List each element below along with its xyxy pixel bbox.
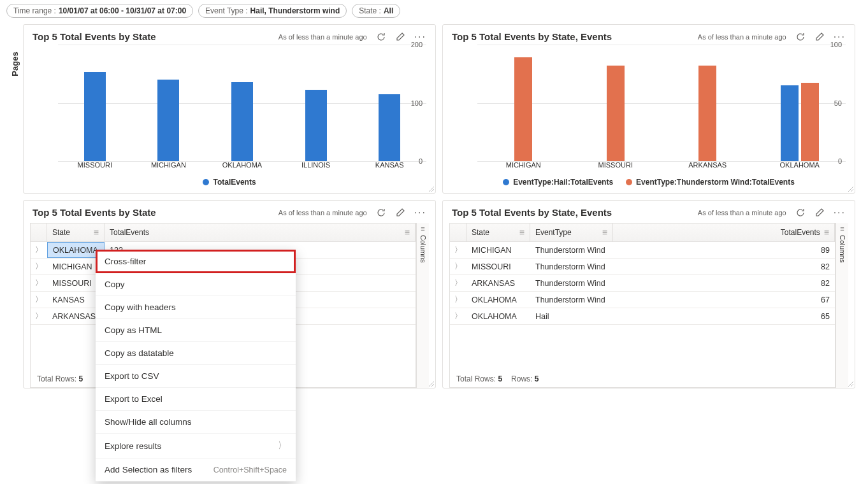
column-menu-icon[interactable]: ≡ (94, 227, 99, 238)
x-axis-label: MISSOURI (58, 161, 132, 174)
edit-icon[interactable] (395, 208, 405, 218)
expand-row-icon[interactable]: 〉 (31, 259, 47, 274)
cell-type: Thunderstorm Wind (530, 292, 613, 308)
resize-handle-icon[interactable] (848, 186, 854, 192)
table-body: 〉MICHIGANThunderstorm Wind89〉MISSOURIThu… (450, 242, 835, 370)
pages-panel-toggle[interactable]: 〉 Pages (1, 29, 18, 99)
column-menu-icon[interactable]: ≡ (405, 227, 410, 238)
cell-state: OKLAHOMA (467, 308, 530, 324)
bar[interactable] (157, 80, 179, 161)
context-menu-item[interactable]: Cross-filter (96, 250, 296, 273)
filter-state[interactable]: State : All (352, 4, 400, 18)
col-state[interactable]: State≡ (47, 224, 105, 241)
context-menu-item[interactable]: Export to Excel (96, 388, 296, 411)
chevron-right-icon: 〉 (0, 58, 1, 69)
tile-timestamp: As of less than a minute ago (278, 33, 367, 41)
chart-plot[interactable]: 0100200MISSOURIMICHIGANOKLAHOMAILLINOISK… (33, 45, 426, 174)
bar[interactable] (84, 72, 106, 161)
filter-time-range[interactable]: Time range : 10/01/07 at 06:00 - 10/31/0… (6, 4, 193, 18)
chart-area: 0100200MISSOURIMICHIGANOKLAHOMAILLINOISK… (24, 45, 435, 193)
resize-handle-icon[interactable] (848, 381, 854, 387)
filter-label: Time range : (13, 6, 56, 15)
refresh-icon[interactable] (795, 32, 806, 42)
tile-header: Top 5 Total Events by State, Events As o… (443, 201, 855, 220)
filter-value: 10/01/07 at 06:00 - 10/31/07 at 07:00 (59, 6, 186, 15)
expand-row-icon[interactable]: 〉 (450, 242, 467, 258)
legend-item[interactable]: EventType:Hail:TotalEvents (503, 178, 613, 187)
edit-icon[interactable] (395, 32, 405, 42)
table-row[interactable]: 〉MISSOURIThunderstorm Wind82 (450, 259, 835, 275)
context-menu-item[interactable]: Show/Hide all columns (96, 411, 296, 434)
tile-meta: As of less than a minute ago ··· (278, 208, 426, 218)
edit-icon[interactable] (814, 32, 825, 42)
cell-total: 82 (613, 259, 835, 274)
col-totalevents[interactable]: TotalEvents≡ (105, 224, 416, 241)
column-menu-icon[interactable]: ≡ (602, 227, 607, 238)
columns-icon: ≡ (840, 225, 844, 232)
expand-col-header (31, 224, 47, 241)
col-state[interactable]: State≡ (467, 224, 530, 241)
table: State≡ EventType≡ TotalEvents≡ 〉MICHIGAN… (449, 223, 835, 388)
context-menu-item[interactable]: Explore results〉 (96, 434, 296, 459)
resize-handle-icon[interactable] (428, 381, 435, 387)
column-menu-icon[interactable]: ≡ (519, 227, 524, 238)
bar[interactable] (801, 83, 819, 161)
table-row[interactable]: 〉OKLAHOMAHail65 (450, 308, 835, 325)
expand-col-header (450, 224, 467, 241)
refresh-icon[interactable] (376, 208, 386, 218)
filter-bar: Time range : 10/01/07 at 06:00 - 10/31/0… (0, 0, 868, 22)
expand-row-icon[interactable]: 〉 (450, 259, 467, 274)
x-axis-label: OKLAHOMA (205, 161, 279, 174)
table-row[interactable]: 〉MICHIGANThunderstorm Wind89 (450, 242, 835, 259)
table-row[interactable]: 〉OKLAHOMAThunderstorm Wind67 (450, 292, 835, 308)
legend-item[interactable]: TotalEvents (203, 178, 256, 187)
column-menu-icon[interactable]: ≡ (824, 227, 829, 238)
bar[interactable] (231, 82, 253, 161)
expand-row-icon[interactable]: 〉 (450, 308, 467, 324)
legend-label: TotalEvents (213, 178, 256, 187)
expand-row-icon[interactable]: 〉 (450, 275, 467, 291)
bar[interactable] (607, 66, 625, 161)
refresh-icon[interactable] (795, 208, 806, 218)
bar[interactable] (379, 94, 400, 161)
more-icon[interactable]: ··· (414, 208, 426, 218)
legend-label: EventType:Hail:TotalEvents (513, 178, 613, 187)
edit-icon[interactable] (814, 208, 825, 218)
more-icon[interactable]: ··· (834, 208, 846, 218)
tile-meta: As of less than a minute ago ··· (278, 32, 426, 42)
table-row[interactable]: 〉ARKANSASThunderstorm Wind82 (450, 275, 835, 292)
expand-row-icon[interactable]: 〉 (31, 275, 47, 291)
context-menu-item[interactable]: Copy as datatable (96, 342, 296, 365)
legend-dot-icon (203, 179, 209, 185)
col-eventtype[interactable]: EventType≡ (530, 224, 613, 241)
expand-row-icon[interactable]: 〉 (450, 292, 467, 308)
expand-row-icon[interactable]: 〉 (31, 308, 47, 324)
refresh-icon[interactable] (376, 32, 386, 42)
pages-label: Pages (10, 52, 20, 76)
chart-legend: TotalEvents (33, 174, 426, 188)
col-totalevents[interactable]: TotalEvents≡ (613, 224, 835, 241)
expand-row-icon[interactable]: 〉 (31, 242, 47, 258)
context-menu-label: Copy as HTML (105, 325, 162, 335)
bar[interactable] (305, 90, 327, 161)
context-menu-item[interactable]: Export to CSV (96, 365, 296, 388)
bar[interactable] (781, 85, 799, 161)
context-menu-item[interactable]: Copy (96, 273, 296, 296)
table-head: State≡ EventType≡ TotalEvents≡ (450, 224, 835, 242)
context-menu-item[interactable]: Copy as HTML (96, 319, 296, 342)
resize-handle-icon[interactable] (428, 186, 435, 192)
chart-plot[interactable]: 050100MICHIGANMISSOURIARKANSASOKLAHOMA (452, 45, 846, 174)
chart-legend: EventType:Hail:TotalEvents EventType:Thu… (452, 174, 846, 188)
legend-item[interactable]: EventType:Thunderstorm Wind:TotalEvents (626, 178, 795, 187)
tile-top5-state-events-chart: Top 5 Total Events by State, Events As o… (442, 24, 855, 194)
columns-panel-toggle[interactable]: ≡ Columns (835, 223, 848, 388)
bar[interactable] (698, 66, 716, 161)
bar[interactable] (514, 57, 532, 161)
cell-total: 67 (613, 292, 835, 308)
columns-panel-toggle[interactable]: ≡ Columns (416, 223, 429, 388)
context-menu-item[interactable]: Copy with headers (96, 296, 296, 319)
filter-event-type[interactable]: Event Type : Hail, Thunderstorm wind (198, 4, 347, 18)
tile-header: Top 5 Total Events by State, Events As o… (443, 25, 855, 45)
expand-row-icon[interactable]: 〉 (31, 292, 47, 308)
context-menu-item[interactable]: Add Selection as filtersControl+Shift+Sp… (96, 459, 296, 481)
